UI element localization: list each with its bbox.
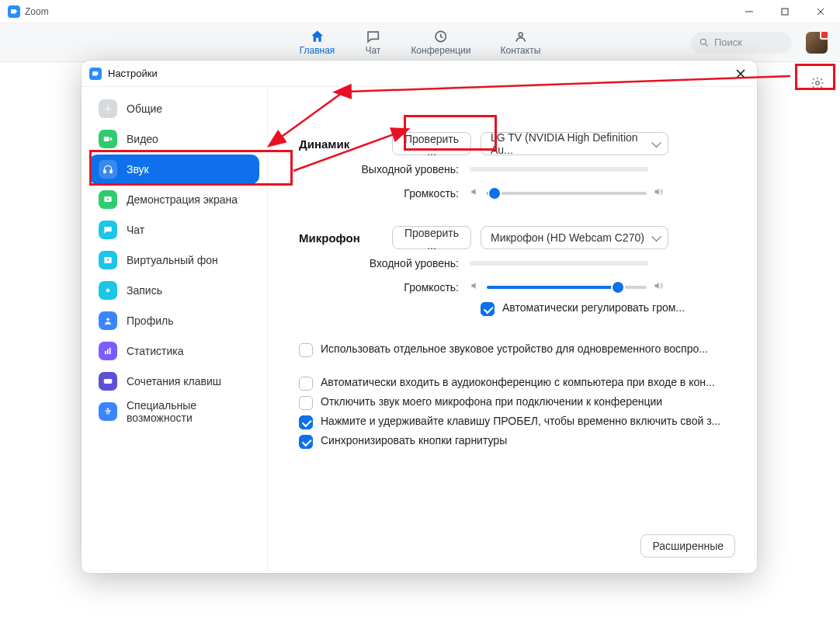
- speaker-volume-slider[interactable]: [487, 192, 647, 195]
- audio-settings-pane: Динамик Проверить ... LG TV (NVIDIA High…: [268, 87, 757, 573]
- sidebar-item-accessibility[interactable]: Специальные возможности: [89, 397, 259, 426]
- sidebar-item-audio[interactable]: Звук: [89, 155, 259, 184]
- svg-point-5: [106, 107, 109, 110]
- svg-point-13: [106, 289, 110, 293]
- output-level-meter: [470, 167, 648, 172]
- sidebar-item-label: Статистика: [127, 345, 184, 357]
- search-placeholder: Поиск: [714, 36, 742, 48]
- hold-space-unmute-checkbox[interactable]: [299, 415, 313, 429]
- svg-rect-15: [105, 351, 106, 354]
- sync-headset-buttons-label: Синхронизировать кнопки гарнитуры: [321, 434, 507, 447]
- svg-rect-16: [107, 349, 109, 354]
- volume-high-icon: [653, 186, 664, 200]
- sidebar-item-label: Демонстрация экрана: [127, 193, 238, 206]
- svg-point-3: [700, 39, 706, 44]
- speaker-device-select[interactable]: LG TV (NVIDIA High Definition Au...: [481, 132, 668, 155]
- sync-headset-buttons-checkbox[interactable]: [299, 435, 313, 449]
- headphones-icon: [99, 160, 117, 179]
- test-microphone-button[interactable]: Проверить ...: [392, 226, 471, 249]
- video-icon: [99, 130, 117, 148]
- window-titlebar: Zoom: [0, 0, 840, 23]
- nav-chat[interactable]: Чат: [364, 29, 381, 56]
- accessibility-icon: [99, 402, 117, 421]
- svg-point-2: [519, 33, 522, 36]
- nav-meetings-label: Конференции: [411, 45, 470, 56]
- nav-chat-label: Чат: [365, 45, 380, 56]
- nav-home-label: Главная: [300, 45, 335, 56]
- microphone-label: Микрофон: [299, 231, 392, 245]
- mute-on-join-checkbox[interactable]: [299, 396, 313, 410]
- svg-point-11: [107, 259, 109, 260]
- microphone-device-select[interactable]: Микрофон (HD Webcam C270): [481, 226, 668, 249]
- settings-close-button[interactable]: [732, 65, 749, 82]
- statistics-icon: [99, 342, 117, 360]
- gear-icon: [810, 76, 824, 90]
- microphone-volume-slider[interactable]: [487, 286, 647, 289]
- profile-icon: [99, 311, 117, 330]
- window-maximize-button[interactable]: [767, 0, 803, 23]
- sidebar-item-virtual-bg[interactable]: Виртуальный фон: [89, 245, 259, 275]
- sidebar-item-share-screen[interactable]: Демонстрация экрана: [89, 185, 259, 214]
- settings-sidebar: Общие Видео Звук Демонстрация экрана Чат…: [82, 87, 268, 573]
- nav-meetings[interactable]: Конференции: [411, 29, 470, 56]
- volume-low-icon: [470, 186, 481, 200]
- sidebar-item-label: Профиль: [127, 314, 173, 327]
- user-avatar[interactable]: [806, 32, 828, 54]
- window-title: Zoom: [25, 6, 49, 17]
- mic-volume-label: Громкость:: [345, 281, 470, 294]
- virtual-bg-icon: [99, 251, 117, 269]
- chat-icon: [364, 29, 381, 44]
- svg-rect-18: [104, 379, 113, 384]
- nav-home[interactable]: Главная: [300, 29, 335, 56]
- window-minimize-button[interactable]: [731, 0, 767, 23]
- separate-audio-device-label: Использовать отдельное звуковое устройст…: [321, 342, 708, 355]
- speaker-label: Динамик: [299, 137, 392, 151]
- sidebar-item-label: Запись: [127, 284, 162, 297]
- sidebar-item-video[interactable]: Видео: [89, 124, 259, 154]
- settings-window: Настройки Общие Видео Звук Демонстрация …: [82, 61, 757, 573]
- clock-icon: [432, 29, 450, 44]
- sidebar-item-label: Общие: [127, 103, 162, 115]
- sidebar-item-label: Специальные возможности: [127, 399, 243, 424]
- top-nav: Главная Чат Конференции Контакты Поиск: [0, 23, 840, 62]
- svg-rect-7: [104, 170, 106, 173]
- volume-low-icon: [470, 280, 481, 294]
- sidebar-item-profile[interactable]: Профиль: [89, 306, 259, 335]
- svg-point-19: [107, 408, 109, 409]
- home-icon: [309, 29, 326, 44]
- output-level-label: Выходной уровень:: [345, 163, 470, 175]
- svg-rect-17: [109, 348, 111, 354]
- nav-contacts[interactable]: Контакты: [500, 29, 540, 56]
- sidebar-item-recording[interactable]: Запись: [89, 276, 259, 305]
- sidebar-item-statistics[interactable]: Статистика: [89, 336, 259, 366]
- sidebar-item-general[interactable]: Общие: [89, 94, 259, 123]
- sidebar-item-label: Виртуальный фон: [127, 254, 218, 266]
- volume-high-icon: [653, 280, 664, 294]
- share-screen-icon: [99, 190, 117, 209]
- svg-point-14: [106, 318, 109, 321]
- settings-gear-button[interactable]: [806, 71, 829, 95]
- zoom-logo-icon: [89, 68, 102, 80]
- auto-join-audio-checkbox[interactable]: [299, 377, 313, 391]
- nav-contacts-label: Контакты: [500, 45, 540, 56]
- separate-audio-device-checkbox[interactable]: [299, 343, 313, 357]
- sidebar-item-label: Звук: [127, 163, 149, 175]
- test-speaker-button[interactable]: Проверить ...: [392, 132, 471, 155]
- recording-icon: [99, 281, 117, 300]
- gear-icon: [99, 99, 117, 118]
- window-close-button[interactable]: [803, 0, 838, 23]
- search-input[interactable]: Поиск: [691, 32, 792, 54]
- advanced-button[interactable]: Расширенные: [640, 534, 735, 558]
- sidebar-item-shortcuts[interactable]: Сочетания клавиш: [89, 367, 259, 396]
- svg-point-4: [816, 82, 820, 85]
- contacts-icon: [512, 29, 529, 44]
- settings-title: Настройки: [108, 68, 158, 79]
- auto-adjust-mic-checkbox[interactable]: [481, 302, 495, 316]
- search-icon: [699, 37, 710, 48]
- sidebar-item-chat[interactable]: Чат: [89, 215, 259, 245]
- input-level-label: Входной уровень:: [345, 257, 470, 269]
- svg-rect-8: [110, 170, 112, 173]
- svg-rect-6: [104, 137, 109, 141]
- sidebar-item-label: Видео: [127, 133, 158, 145]
- zoom-logo-icon: [8, 5, 20, 18]
